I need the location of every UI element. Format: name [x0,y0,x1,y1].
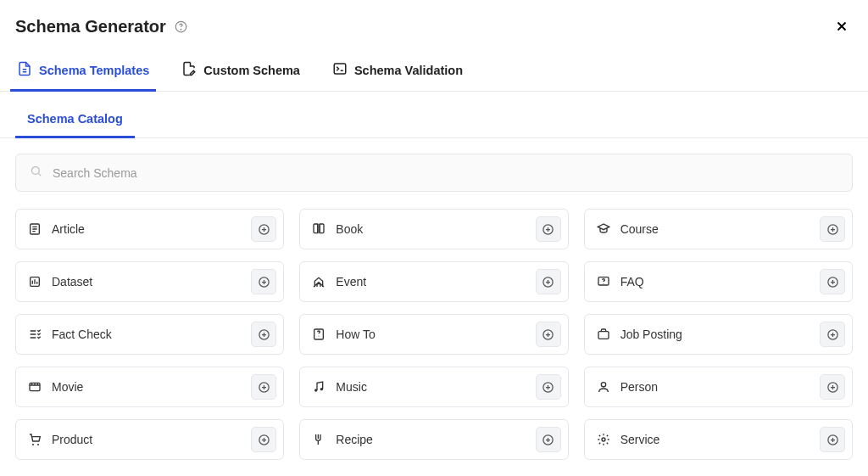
add-schema-button[interactable] [536,322,561,347]
schema-card-label: Fact Check [52,328,241,341]
schema-card-course[interactable]: Course [584,209,853,249]
add-schema-button[interactable] [251,269,276,294]
schema-card-label: Movie [52,380,241,394]
add-schema-button[interactable] [251,216,276,242]
schema-card-person[interactable]: Person [584,367,853,407]
schema-card-label: Article [52,222,241,236]
tab-schema-validation[interactable]: Schema Validation [331,54,465,91]
faq-icon [597,275,610,288]
sub-tab-label: Schema Catalog [27,112,123,126]
schema-card-label: How To [336,328,525,341]
schema-card-job-posting[interactable]: Job Posting [584,314,853,355]
schema-card-label: Music [336,380,525,394]
search-container [0,138,868,204]
schema-card-label: FAQ [620,275,810,288]
book-icon [312,222,326,236]
job-icon [597,328,610,341]
add-schema-button[interactable] [820,269,845,294]
schema-card-service[interactable]: Service [584,419,853,460]
add-schema-button[interactable] [820,322,845,347]
factcheck-icon [28,328,42,341]
page-title: Schema Generator [15,17,166,36]
svg-point-1 [181,29,181,30]
schema-card-faq[interactable]: FAQ [584,261,853,302]
schema-card-label: Person [620,380,810,394]
document-icon [17,61,32,79]
schema-card-label: Service [620,433,810,446]
schema-card-book[interactable]: Book [299,209,568,249]
movie-icon [28,380,42,394]
course-icon [597,222,610,236]
help-icon[interactable] [175,20,187,33]
tab-schema-catalog[interactable]: Schema Catalog [15,112,135,137]
add-schema-button[interactable] [251,374,276,400]
sub-tabs: Schema Catalog [0,92,868,138]
schema-card-label: Event [336,275,525,288]
schema-card-label: Product [52,433,241,446]
schema-card-article[interactable]: Article [15,209,284,249]
tab-custom-schema[interactable]: Custom Schema [180,54,302,91]
schema-card-label: Book [336,222,525,236]
howto-icon [312,328,326,341]
schema-card-music[interactable]: Music [299,367,568,407]
svg-rect-2 [334,64,346,74]
terminal-icon [332,61,348,79]
schema-grid: ArticleBookCourseDatasetEventFAQFact Che… [0,204,868,460]
search-box[interactable] [15,154,853,192]
schema-card-recipe[interactable]: Recipe [299,419,568,460]
music-icon [312,380,326,394]
article-icon [28,222,42,236]
svg-point-3 [32,167,40,175]
search-input[interactable] [53,166,838,180]
close-button[interactable] [831,15,853,37]
main-tabs: Schema Templates Custom Schema Schema Va… [0,46,868,92]
person-icon [597,380,610,394]
tab-label: Schema Templates [39,64,149,77]
recipe-icon [312,433,326,446]
schema-card-fact-check[interactable]: Fact Check [15,314,284,355]
tab-schema-templates[interactable]: Schema Templates [15,54,151,91]
schema-card-how-to[interactable]: How To [299,314,568,355]
header: Schema Generator [0,0,868,46]
tab-label: Schema Validation [354,64,463,77]
add-schema-button[interactable] [820,216,845,242]
schema-card-event[interactable]: Event [299,261,568,302]
schema-card-dataset[interactable]: Dataset [15,261,284,302]
schema-card-label: Course [620,222,810,236]
add-schema-button[interactable] [820,374,845,400]
schema-card-movie[interactable]: Movie [15,367,284,407]
add-schema-button[interactable] [251,427,276,452]
dataset-icon [28,275,42,288]
schema-card-label: Dataset [52,275,241,288]
search-icon [30,165,42,181]
product-icon [28,433,42,446]
tab-label: Custom Schema [203,64,300,77]
service-icon [597,433,610,446]
add-schema-button[interactable] [536,374,561,400]
add-schema-button[interactable] [820,427,845,452]
add-schema-button[interactable] [536,269,561,294]
document-edit-icon [181,61,197,79]
schema-card-product[interactable]: Product [15,419,284,460]
schema-card-label: Recipe [336,433,525,446]
event-icon [312,275,326,288]
add-schema-button[interactable] [536,427,561,452]
add-schema-button[interactable] [251,322,276,347]
schema-card-label: Job Posting [620,328,810,341]
add-schema-button[interactable] [536,216,561,242]
